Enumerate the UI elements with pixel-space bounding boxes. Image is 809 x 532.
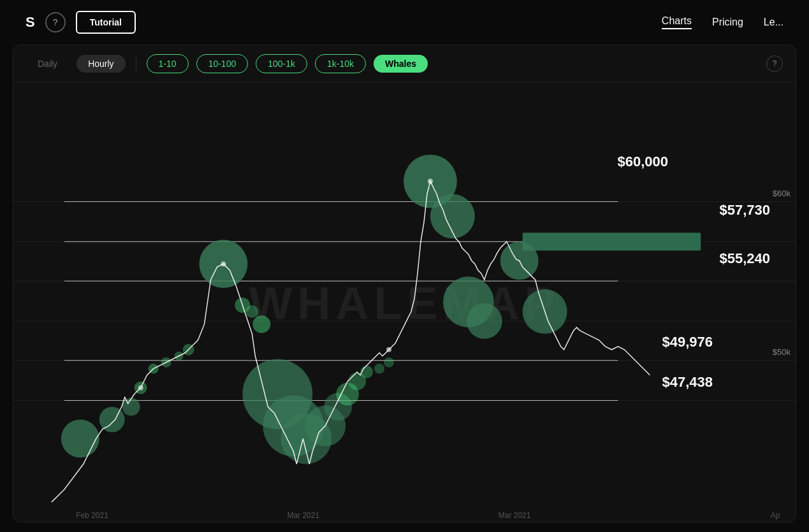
svg-point-42 bbox=[386, 347, 391, 352]
tab-100-1k[interactable]: 100-1k bbox=[256, 54, 307, 73]
svg-point-37 bbox=[467, 303, 502, 339]
tutorial-button[interactable]: Tutorial bbox=[76, 11, 136, 34]
price-55240: $55,240 bbox=[719, 250, 770, 267]
svg-point-40 bbox=[138, 385, 143, 391]
chart-area: WHALEMAP bbox=[13, 83, 796, 522]
nav-more[interactable]: Le... bbox=[764, 17, 783, 28]
svg-point-22 bbox=[245, 305, 258, 318]
chart-help-button[interactable]: ? bbox=[766, 55, 783, 72]
chart-svg bbox=[13, 83, 796, 522]
date-feb-2021: Feb 2021 bbox=[76, 511, 108, 520]
svg-point-32 bbox=[374, 364, 384, 374]
svg-point-12 bbox=[61, 419, 99, 457]
y-label-50k: $50k bbox=[773, 347, 791, 357]
date-mar-2021-1: Mar 2021 bbox=[287, 511, 319, 520]
svg-point-14 bbox=[122, 398, 140, 416]
toolbar: Daily Hourly 1-10 10-100 100-1k 1k-10k W… bbox=[13, 45, 796, 83]
price-57730: $57,730 bbox=[719, 202, 770, 219]
price-60000: $60,000 bbox=[617, 154, 668, 170]
svg-point-23 bbox=[252, 315, 270, 333]
svg-rect-7 bbox=[523, 233, 701, 250]
svg-point-41 bbox=[221, 261, 226, 266]
logo: S bbox=[26, 14, 35, 31]
tab-10-100[interactable]: 10-100 bbox=[196, 54, 249, 73]
help-button[interactable]: ? bbox=[45, 12, 66, 32]
tab-daily[interactable]: Daily bbox=[26, 55, 69, 73]
nav-right: Charts Pricing Le... bbox=[662, 15, 783, 29]
nav-pricing[interactable]: Pricing bbox=[712, 17, 743, 28]
tab-hourly[interactable]: Hourly bbox=[77, 55, 125, 73]
tab-whales[interactable]: Whales bbox=[374, 55, 428, 73]
y-label-60k: $60k bbox=[773, 189, 791, 198]
divider bbox=[136, 57, 136, 70]
top-nav: S ? Tutorial Charts Pricing Le... bbox=[0, 0, 809, 45]
svg-point-43 bbox=[428, 179, 433, 184]
toolbar-right: ? bbox=[766, 55, 783, 72]
date-apr: Ap bbox=[771, 511, 780, 520]
price-49976: $49,976 bbox=[662, 334, 713, 350]
tab-1-10[interactable]: 1-10 bbox=[147, 54, 189, 73]
svg-point-33 bbox=[384, 357, 394, 368]
nav-charts[interactable]: Charts bbox=[662, 15, 692, 29]
tab-1k-10k[interactable]: 1k-10k bbox=[315, 54, 366, 73]
date-mar-2021-2: Mar 2021 bbox=[499, 511, 531, 520]
chart-container: Daily Hourly 1-10 10-100 100-1k 1k-10k W… bbox=[13, 45, 796, 522]
nav-left: S ? Tutorial bbox=[26, 11, 136, 34]
price-47438: $47,438 bbox=[662, 374, 713, 391]
